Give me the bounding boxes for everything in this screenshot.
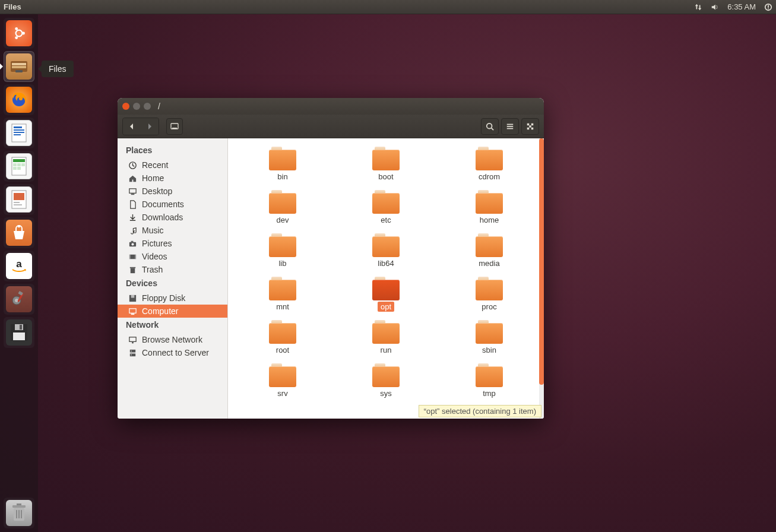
- sidebar-item-pictures[interactable]: Pictures: [118, 237, 227, 250]
- folder-run[interactable]: run: [347, 318, 425, 357]
- folder-sbin[interactable]: sbin: [451, 318, 528, 357]
- folder-label: srv: [274, 388, 290, 398]
- folder-icon: [371, 147, 401, 170]
- folder-label: boot: [375, 172, 396, 182]
- svg-point-3: [15, 36, 18, 39]
- svg-rect-49: [527, 127, 530, 129]
- folder-boot[interactable]: boot: [347, 144, 425, 184]
- sidebar-item-label: Trash: [142, 265, 163, 274]
- folder-label: lib: [275, 258, 289, 268]
- window-maximize-button[interactable]: [144, 103, 151, 110]
- titlebar[interactable]: /: [118, 98, 544, 115]
- network-indicator-icon[interactable]: [694, 3, 702, 11]
- folder-dev[interactable]: dev: [244, 188, 321, 227]
- sidebar-item-music[interactable]: Music: [118, 224, 227, 237]
- folder-label: dev: [274, 215, 292, 225]
- folder-label: etc: [378, 215, 394, 225]
- folder-icon: [371, 363, 401, 387]
- svg-rect-47: [527, 123, 530, 125]
- menubar-app-name[interactable]: Files: [4, 2, 21, 11]
- svg-rect-70: [130, 353, 135, 356]
- folder-label: media: [476, 258, 502, 268]
- window-close-button[interactable]: [122, 103, 129, 110]
- folder-root[interactable]: root: [244, 318, 321, 357]
- computer-icon: [128, 307, 137, 316]
- svg-rect-7: [15, 70, 23, 72]
- launcher-trash[interactable]: [4, 498, 34, 528]
- window-minimize-button[interactable]: [133, 103, 140, 110]
- svg-point-2: [15, 27, 18, 30]
- folder-etc[interactable]: etc: [347, 188, 425, 227]
- music-icon: [128, 226, 137, 235]
- search-button[interactable]: [481, 118, 499, 135]
- launcher-floppy[interactable]: [4, 317, 34, 348]
- launcher-calc[interactable]: [4, 151, 34, 182]
- sidebar-item-downloads[interactable]: Downloads: [118, 211, 227, 224]
- launcher-firefox[interactable]: [4, 84, 34, 115]
- sidebar-item-videos[interactable]: Videos: [118, 250, 227, 263]
- folder-lib64[interactable]: lib64: [347, 231, 425, 271]
- nav-forward-button[interactable]: [141, 118, 159, 135]
- launcher-system-settings[interactable]: [4, 284, 34, 315]
- sidebar-item-documents[interactable]: Documents: [118, 198, 227, 211]
- svg-rect-66: [131, 314, 135, 315]
- folder-icon: [268, 190, 297, 214]
- folder-media[interactable]: media: [451, 231, 528, 271]
- launcher: a: [0, 14, 38, 532]
- folder-label: tmp: [480, 388, 499, 398]
- sidebar-item-browse-network[interactable]: Browse Network: [118, 333, 227, 346]
- svg-rect-20: [17, 167, 21, 170]
- sidebar-item-floppy-disk[interactable]: Floppy Disk: [118, 292, 227, 305]
- launcher-software-center[interactable]: [4, 217, 34, 248]
- folder-home[interactable]: home: [451, 188, 528, 227]
- folder-icon: [371, 320, 401, 344]
- sidebar: PlacesRecentHomeDesktopDocumentsDownload…: [118, 138, 228, 419]
- volume-indicator-icon[interactable]: [711, 3, 719, 11]
- sidebar-item-trash[interactable]: Trash: [118, 263, 227, 276]
- sidebar-section-title: Network: [118, 318, 227, 333]
- sidebar-item-computer[interactable]: Computer: [118, 305, 227, 318]
- scrollbar[interactable]: [539, 138, 544, 419]
- folder-label: run: [378, 345, 395, 355]
- floppy-icon: [128, 294, 137, 303]
- sidebar-item-recent[interactable]: Recent: [118, 159, 227, 172]
- sidebar-item-home[interactable]: Home: [118, 172, 227, 185]
- launcher-tooltip: Files: [42, 61, 74, 77]
- clock[interactable]: 6:35 AM: [727, 2, 756, 11]
- folder-opt[interactable]: opt: [347, 274, 425, 314]
- folder-cdrom[interactable]: cdrom: [451, 144, 528, 184]
- scrollbar-thumb[interactable]: [539, 138, 544, 385]
- launcher-impress[interactable]: [4, 184, 34, 215]
- sidebar-item-label: Computer: [142, 306, 178, 316]
- svg-rect-13: [14, 134, 21, 135]
- folder-sys[interactable]: sys: [347, 361, 425, 401]
- svg-rect-33: [20, 325, 22, 330]
- folder-label: sys: [377, 388, 395, 398]
- folder-proc[interactable]: proc: [451, 274, 528, 314]
- svg-rect-12: [14, 132, 24, 133]
- content-area[interactable]: bin boot cdrom dev etc home lib lib64: [228, 138, 544, 419]
- path-bar-root[interactable]: [166, 118, 183, 135]
- folder-bin[interactable]: bin: [244, 144, 321, 184]
- launcher-amazon[interactable]: a: [4, 251, 34, 281]
- svg-rect-57: [131, 240, 134, 242]
- svg-rect-36: [12, 505, 26, 508]
- session-indicator-icon[interactable]: [764, 3, 772, 11]
- folder-srv[interactable]: srv: [244, 361, 321, 401]
- view-grid-button[interactable]: [521, 118, 539, 135]
- svg-rect-15: [13, 159, 25, 162]
- folder-lib[interactable]: lib: [244, 231, 321, 271]
- launcher-files[interactable]: [4, 51, 34, 82]
- launcher-ubuntu-dash[interactable]: [4, 18, 34, 49]
- folder-tmp[interactable]: tmp: [451, 361, 528, 401]
- view-list-button[interactable]: [501, 118, 519, 135]
- video-icon: [128, 252, 137, 261]
- nav-back-button[interactable]: [123, 118, 141, 135]
- launcher-writer[interactable]: [4, 118, 34, 148]
- svg-point-71: [131, 350, 132, 352]
- folder-mnt[interactable]: mnt: [244, 274, 321, 314]
- sidebar-item-desktop[interactable]: Desktop: [118, 185, 227, 198]
- sidebar-item-connect-to-server[interactable]: Connect to Server: [118, 346, 227, 359]
- sidebar-item-label: Downloads: [142, 213, 183, 222]
- svg-rect-61: [131, 268, 135, 273]
